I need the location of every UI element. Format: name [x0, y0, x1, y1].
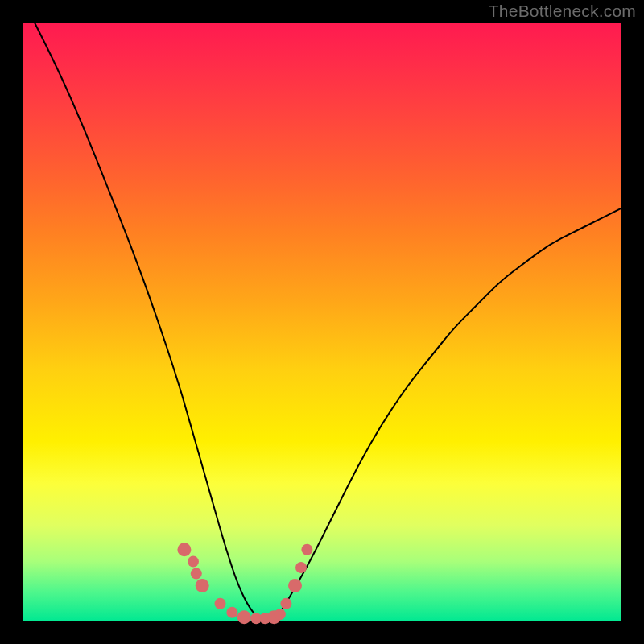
highlight-dot: [226, 607, 237, 618]
highlight-dot: [188, 556, 199, 568]
highlight-dot: [237, 610, 251, 624]
watermark-text: TheBottleneck.com: [489, 2, 636, 21]
highlight-dot: [288, 579, 302, 592]
highlight-dots: [177, 543, 312, 624]
highlight-dot: [295, 562, 307, 573]
chart-frame: TheBottleneck.com: [0, 0, 644, 644]
plot-area: [23, 23, 621, 621]
bottleneck-curve: [35, 23, 621, 621]
highlight-dot: [191, 568, 202, 580]
highlight-dot: [215, 598, 226, 609]
highlight-dot: [177, 543, 191, 556]
curve-svg: [23, 23, 621, 621]
highlight-dot: [275, 609, 286, 620]
highlight-dot: [196, 579, 209, 592]
bottleneck-curve-path: [35, 23, 621, 621]
highlight-dot: [301, 544, 312, 555]
highlight-dot: [280, 598, 291, 609]
